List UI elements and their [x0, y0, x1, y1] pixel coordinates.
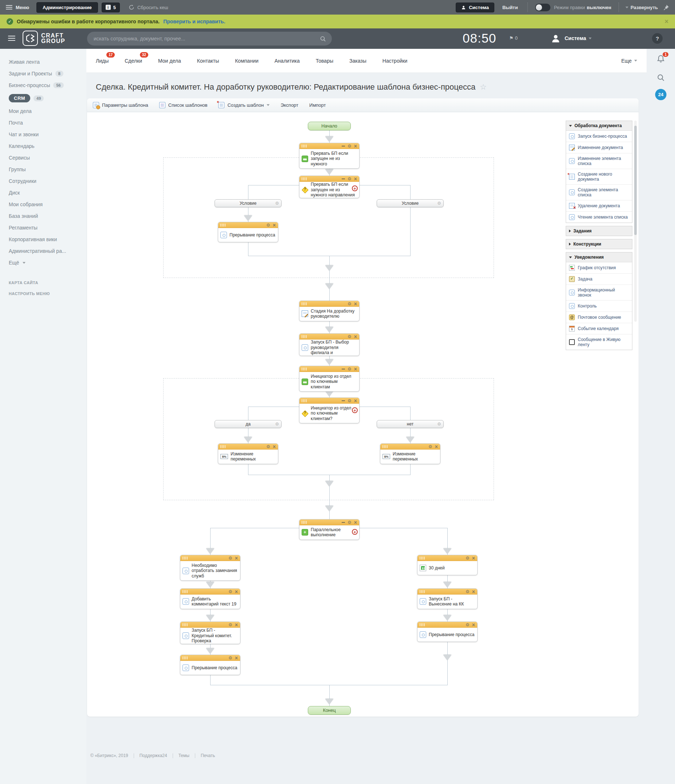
template-params-button[interactable]: Параметры шаблона: [93, 102, 148, 108]
flow-node-parallel[interactable]: ⚙× Параллельное выполнение +: [299, 519, 359, 540]
sidebar-item-regulations[interactable]: Регламенты: [0, 222, 86, 233]
workflow-canvas[interactable]: Начало Конец ⚙× Прервать БП если запущен…: [87, 112, 639, 716]
import-button[interactable]: Импорт: [309, 103, 326, 108]
sidebar-item-employees[interactable]: Сотрудники: [0, 175, 86, 187]
minimize-icon[interactable]: [342, 522, 345, 523]
palette-item[interactable]: Чтение элемента списка: [566, 212, 632, 222]
edit-mode-toggle[interactable]: [535, 4, 551, 11]
settings-icon[interactable]: ⚙: [266, 445, 270, 449]
delete-icon[interactable]: ×: [273, 223, 276, 227]
settings-icon[interactable]: ⚙: [347, 367, 351, 371]
tab-products[interactable]: Товары: [316, 58, 333, 64]
drag-handle-icon[interactable]: [383, 445, 387, 448]
help-button[interactable]: ?: [652, 33, 663, 44]
sidebar-item-wiki[interactable]: Корпоративная вики: [0, 233, 86, 245]
drag-handle-icon[interactable]: [220, 224, 226, 227]
sidebar-item-my-activities[interactable]: Мои дела: [0, 105, 86, 117]
sidebar-item-mail[interactable]: Почта: [0, 117, 86, 129]
flow-node-initiator[interactable]: ⚙× Инициатор из отдел по ключевым клиент…: [299, 366, 359, 392]
drag-handle-icon[interactable]: [302, 521, 307, 524]
settings-icon[interactable]: ⚙: [275, 422, 279, 426]
palette-section-header[interactable]: Задания: [566, 226, 632, 236]
drag-handle-icon[interactable]: [302, 399, 307, 402]
flow-node-rework[interactable]: ⚙× Необходимо отработать замечания служб: [180, 555, 240, 581]
settings-icon[interactable]: ⚙: [229, 622, 232, 627]
tab-contacts[interactable]: Контакты: [197, 58, 219, 64]
minimize-icon[interactable]: [342, 179, 345, 179]
drag-handle-icon[interactable]: [302, 177, 307, 180]
flow-node-set-vars-left[interactable]: ⚙× Изменение переменных: [218, 443, 278, 464]
settings-icon[interactable]: ⚙: [347, 302, 351, 306]
sidebar-item-groups[interactable]: Группы: [0, 163, 86, 175]
rail-search-button[interactable]: [657, 73, 665, 83]
palette-item[interactable]: Изменение элемента списка: [566, 153, 632, 169]
palette-item[interactable]: Изменение документа: [566, 142, 632, 153]
delete-icon[interactable]: ×: [435, 445, 438, 449]
settings-icon[interactable]: ⚙: [465, 556, 470, 560]
drag-handle-icon[interactable]: [420, 557, 425, 560]
add-branch-button[interactable]: +: [352, 407, 358, 413]
palette-section-header[interactable]: Уведомления: [566, 252, 632, 262]
tab-deals[interactable]: Сделки32: [124, 58, 142, 64]
user-menu[interactable]: Система: [565, 35, 592, 41]
settings-icon[interactable]: ⚙: [465, 622, 470, 627]
palette-section-header[interactable]: Конструкции: [566, 240, 632, 249]
close-icon[interactable]: ×: [664, 18, 669, 25]
sidebar-item-live-feed[interactable]: Живая лента: [0, 56, 86, 68]
drag-handle-icon[interactable]: [302, 302, 307, 305]
drag-handle-icon[interactable]: [220, 445, 226, 448]
palette-item[interactable]: Почтовое сообщение: [566, 312, 632, 323]
flow-branch-condition-left[interactable]: Условие⚙: [215, 199, 282, 207]
delete-icon[interactable]: ×: [354, 177, 357, 181]
sidebar-item-chat[interactable]: Чат и звонки: [0, 129, 86, 140]
pin-icon[interactable]: [663, 5, 669, 11]
settings-icon[interactable]: ⚙: [437, 422, 441, 426]
banner-fix-link[interactable]: Проверить и исправить.: [163, 19, 225, 25]
settings-icon[interactable]: ⚙: [266, 223, 270, 227]
settings-icon[interactable]: ⚙: [347, 520, 351, 524]
flow-node-launch-kk[interactable]: ⚙× Запуск БП - Вынесение на КК: [417, 588, 477, 609]
flow-node-set-vars-right[interactable]: ⚙× Изменение переменных: [380, 443, 440, 464]
palette-item[interactable]: Создание нового документа: [566, 169, 632, 185]
drag-handle-icon[interactable]: [182, 557, 188, 560]
tab-leads[interactable]: Лиды17: [96, 58, 109, 64]
palette-item[interactable]: Задача: [566, 274, 632, 285]
sidebar-item-services[interactable]: Сервисы: [0, 152, 86, 163]
palette-scrollbar[interactable]: [634, 121, 637, 322]
delete-icon[interactable]: ×: [235, 656, 238, 660]
sidebar-item-meetings[interactable]: Мои собрания: [0, 199, 86, 210]
configure-menu-link[interactable]: НАСТРОИТЬ МЕНЮ: [0, 288, 86, 299]
sidebar-item-more[interactable]: Ещё: [0, 257, 86, 269]
flow-node-interrupt-left[interactable]: ⚙× Прерывание процесса: [180, 655, 240, 675]
tab-settings[interactable]: Настройки: [383, 58, 407, 64]
logo[interactable]: CRAFTGROUP: [23, 31, 65, 46]
sitemap-link[interactable]: КАРТА САЙТА: [0, 277, 86, 288]
notifications-bell-button[interactable]: 1: [656, 54, 665, 65]
menu-icon[interactable]: [6, 5, 12, 9]
palette-item[interactable]: Сообщение в Живую ленту: [566, 334, 632, 350]
sidebar-item-tasks[interactable]: Задачи и Проекты8: [0, 68, 86, 79]
delete-icon[interactable]: ×: [354, 302, 357, 306]
clear-cache-button[interactable]: Сбросить кеш: [129, 5, 168, 10]
search-icon[interactable]: [320, 36, 326, 42]
minimize-icon[interactable]: [342, 369, 345, 369]
flow-node-launch-credit[interactable]: ⚙× Запуск БП - Кредитный комитет. Провер…: [180, 622, 240, 644]
support-link[interactable]: Поддержка24: [140, 753, 167, 758]
tab-companies[interactable]: Компании: [235, 58, 258, 64]
sidebar-item-knowledge[interactable]: База знаний: [0, 210, 86, 222]
drag-handle-icon[interactable]: [182, 623, 188, 626]
flow-branch-condition-right[interactable]: Условие⚙: [376, 199, 444, 207]
delete-icon[interactable]: ×: [354, 334, 357, 339]
worktime-clock[interactable]: 08:50: [463, 31, 496, 45]
palette-item[interactable]: Создание элемента списка: [566, 185, 632, 201]
drag-handle-icon[interactable]: [420, 623, 425, 626]
sidebar-item-drive[interactable]: Диск: [0, 187, 86, 199]
flow-node-interrupt-top[interactable]: ⚙× Прерывание процесса: [218, 222, 278, 242]
delete-icon[interactable]: ×: [354, 398, 357, 403]
delete-icon[interactable]: ×: [273, 445, 276, 449]
sidebar-toggle-icon[interactable]: [8, 36, 15, 42]
delete-icon[interactable]: ×: [354, 520, 357, 524]
settings-icon[interactable]: ⚙: [229, 656, 232, 660]
flow-branch-no[interactable]: нет⚙: [376, 420, 444, 428]
drag-handle-icon[interactable]: [420, 590, 425, 593]
